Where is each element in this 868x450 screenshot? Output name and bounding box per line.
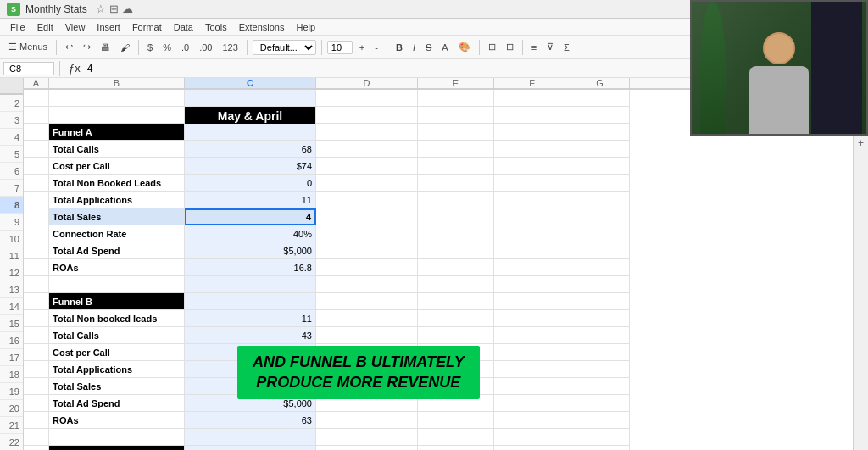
cell-g2[interactable] xyxy=(570,90,630,107)
font-size-minus[interactable]: - xyxy=(371,42,381,53)
currency-button[interactable]: $ xyxy=(144,42,156,53)
filter-button[interactable]: ⊽ xyxy=(543,41,557,53)
fill-color-button[interactable]: 🎨 xyxy=(455,41,474,53)
cell-a4[interactable] xyxy=(24,124,49,141)
cell-f16[interactable] xyxy=(494,327,570,344)
cell-f15[interactable] xyxy=(494,310,570,327)
cell-b11[interactable]: Total Ad Spend xyxy=(49,242,185,259)
cell-c7[interactable]: 0 xyxy=(185,175,316,192)
cell-a14[interactable] xyxy=(24,293,49,310)
cell-g14[interactable] xyxy=(570,293,630,310)
cell-d21[interactable] xyxy=(316,412,418,429)
cell-d7[interactable] xyxy=(316,175,418,192)
menu-tools[interactable]: Tools xyxy=(200,21,232,33)
cell-d2[interactable] xyxy=(316,90,418,107)
italic-button[interactable]: I xyxy=(409,42,419,53)
cell-d6[interactable] xyxy=(316,158,418,175)
cell-c14[interactable] xyxy=(185,293,316,310)
cell-e23[interactable] xyxy=(418,446,494,450)
cell-c8[interactable]: 11 xyxy=(185,192,316,208)
menu-view[interactable]: View xyxy=(60,21,91,33)
cell-d16[interactable] xyxy=(316,327,418,344)
cell-f7[interactable] xyxy=(494,175,570,192)
menu-data[interactable]: Data xyxy=(169,21,198,33)
col-header-e[interactable]: E xyxy=(418,78,494,88)
menu-help[interactable]: Help xyxy=(291,21,320,33)
cell-d3[interactable] xyxy=(316,107,418,124)
col-header-c[interactable]: C xyxy=(185,78,316,88)
cell-b10[interactable]: Connection Rate xyxy=(49,225,185,242)
move-icon[interactable]: ⊞ xyxy=(109,3,119,15)
cell-g8[interactable] xyxy=(570,192,630,208)
cell-e15[interactable] xyxy=(418,310,494,327)
cell-g13[interactable] xyxy=(570,276,630,293)
cell-e3[interactable] xyxy=(418,107,494,124)
cell-e11[interactable] xyxy=(418,242,494,259)
cell-a5[interactable] xyxy=(24,141,49,158)
cell-g12[interactable] xyxy=(570,259,630,276)
cell-a17[interactable] xyxy=(24,344,49,361)
cell-g6[interactable] xyxy=(570,158,630,175)
font-size-plus[interactable]: + xyxy=(356,42,368,53)
cell-g19[interactable] xyxy=(570,378,630,395)
sidebar-plus-icon[interactable]: + xyxy=(858,137,864,149)
cell-g3[interactable] xyxy=(570,107,630,124)
cell-b21[interactable]: ROAs xyxy=(49,412,185,429)
cell-c9-selected[interactable]: 4 xyxy=(185,208,316,225)
cell-g23[interactable] xyxy=(570,446,630,450)
cell-reference-input[interactable] xyxy=(3,62,54,75)
cell-d4[interactable] xyxy=(316,124,418,141)
cell-a23[interactable] xyxy=(24,446,49,450)
cell-f14[interactable] xyxy=(494,293,570,310)
col-header-g[interactable]: G xyxy=(570,78,630,88)
cell-f5[interactable] xyxy=(494,141,570,158)
cell-e10[interactable] xyxy=(418,225,494,242)
cell-b23-total[interactable]: TOTAL xyxy=(49,446,185,450)
cell-e7[interactable] xyxy=(418,175,494,192)
menu-extensions[interactable]: Extensions xyxy=(234,21,290,33)
col-header-d[interactable]: D xyxy=(316,78,418,88)
cell-a16[interactable] xyxy=(24,327,49,344)
cell-a15[interactable] xyxy=(24,310,49,327)
cell-b9[interactable]: Total Sales xyxy=(49,208,185,225)
cell-g7[interactable] xyxy=(570,175,630,192)
cell-a3[interactable] xyxy=(24,107,49,124)
cell-c12[interactable]: 16.8 xyxy=(185,259,316,276)
cell-e6[interactable] xyxy=(418,158,494,175)
cell-c16[interactable]: 43 xyxy=(185,327,316,344)
cell-a10[interactable] xyxy=(24,225,49,242)
cell-d5[interactable] xyxy=(316,141,418,158)
cell-d10[interactable] xyxy=(316,225,418,242)
cell-c10[interactable]: 40% xyxy=(185,225,316,242)
cell-g22[interactable] xyxy=(570,429,630,446)
merge-button[interactable]: ⊟ xyxy=(503,41,517,53)
cell-a2[interactable] xyxy=(24,90,49,107)
text-color-button[interactable]: A xyxy=(438,42,451,53)
cell-c3-header[interactable]: May & April xyxy=(185,107,316,125)
cell-e12[interactable] xyxy=(418,259,494,276)
menus-button[interactable]: ☰ Menus xyxy=(5,41,51,53)
cell-f23[interactable] xyxy=(494,446,570,450)
cell-c6[interactable]: $74 xyxy=(185,158,316,175)
cell-g15[interactable] xyxy=(570,310,630,327)
star-icon[interactable]: ☆ xyxy=(96,3,106,15)
print-button[interactable]: 🖶 xyxy=(97,42,114,53)
cell-e8[interactable] xyxy=(418,192,494,208)
cell-e2[interactable] xyxy=(418,90,494,107)
col-header-a[interactable]: A xyxy=(24,78,49,88)
cell-f9[interactable] xyxy=(494,208,570,225)
undo-button[interactable]: ↩ xyxy=(62,41,76,53)
cell-b4-funnel-a[interactable]: Funnel A xyxy=(49,124,185,141)
percent-button[interactable]: % xyxy=(159,42,175,53)
cell-b17[interactable]: Cost per Call xyxy=(49,344,185,361)
cell-a18[interactable] xyxy=(24,361,49,378)
cell-f10[interactable] xyxy=(494,225,570,242)
cell-a12[interactable] xyxy=(24,259,49,276)
font-size-input[interactable] xyxy=(327,41,353,54)
cell-f19[interactable] xyxy=(494,378,570,395)
cell-b13[interactable] xyxy=(49,276,185,293)
cell-c15[interactable]: 11 xyxy=(185,310,316,327)
strikethrough-button[interactable]: S xyxy=(422,42,435,53)
cell-f18[interactable] xyxy=(494,361,570,378)
cloud-icon[interactable]: ☁ xyxy=(122,3,133,15)
